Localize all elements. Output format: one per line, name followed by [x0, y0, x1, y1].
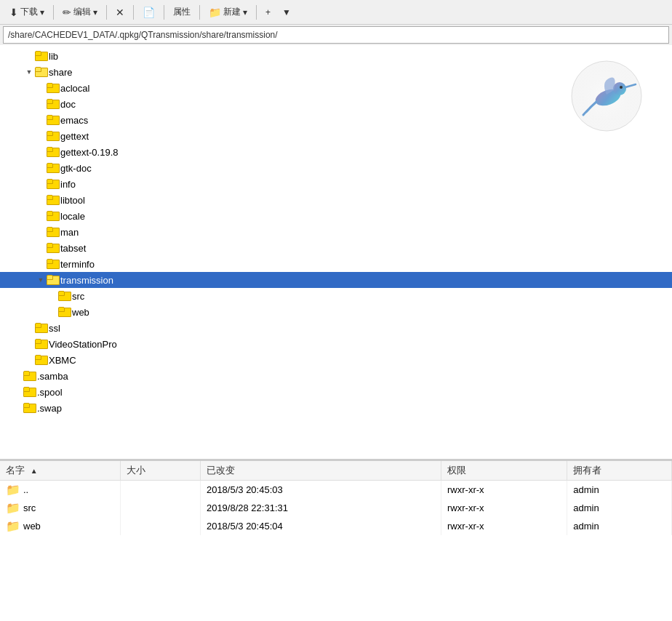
divider-6	[256, 5, 257, 20]
tree-item-label-lib: lib	[49, 51, 58, 62]
tree-item-aclocal[interactable]: aclocal	[0, 80, 672, 96]
tree-item-tabset[interactable]: tabset	[0, 240, 672, 256]
tree-item-info[interactable]: info	[0, 176, 672, 192]
tree-item-label-libtool: libtool	[60, 195, 85, 206]
props-button[interactable]: 属性	[168, 3, 196, 21]
sort-arrow-name: ▲	[31, 467, 38, 475]
dropdown-button[interactable]: ▼	[277, 4, 296, 20]
address-bar: /share/CACHEDEV1_DATA/.qpkg/QTransmissio…	[3, 26, 669, 44]
file-owner-src: admin	[567, 499, 672, 517]
tree-item-gettext[interactable]: gettext	[0, 128, 672, 144]
file-owner-parent: admin	[567, 481, 672, 500]
tree-item-share[interactable]: ▼ share	[0, 64, 672, 80]
col-header-modified[interactable]: 已改变	[200, 461, 441, 481]
file-perms-parent: rwxr-xr-x	[441, 481, 567, 500]
tree-item-label-emacs: emacs	[60, 115, 88, 126]
tree-item-label-src: src	[72, 291, 84, 302]
divider-1	[53, 5, 54, 20]
address-path: /share/CACHEDEV1_DATA/.qpkg/QTransmissio…	[8, 30, 278, 40]
folder-icon-doc	[47, 99, 58, 109]
tree-item-swap[interactable]: .swap	[0, 400, 672, 416]
copy-icon: 📄	[143, 7, 155, 18]
tree-item-label-locale: locale	[60, 211, 85, 222]
file-size-parent	[120, 481, 200, 500]
table-row-parent[interactable]: 📁 .. 2018/5/3 20:45:03 rwxr-xr-x admin	[0, 481, 672, 500]
folder-icon-spool	[23, 387, 35, 397]
tree-item-samba[interactable]: .samba	[0, 368, 672, 384]
file-name-web: 📁 web	[0, 517, 120, 535]
folder-icon-src	[58, 291, 70, 301]
divider-4	[164, 5, 164, 20]
tree-item-emacs[interactable]: emacs	[0, 112, 672, 128]
new-arrow: ▾	[243, 7, 247, 17]
dropdown-icon: ▼	[282, 7, 291, 17]
file-size-src	[120, 499, 200, 517]
file-pane: 名字 ▲ 大小 已改变 权限 拥有者	[0, 461, 672, 621]
table-row-web[interactable]: 📁 web 2018/5/3 20:45:04 rwxr-xr-x admin	[0, 517, 672, 535]
col-header-size[interactable]: 大小	[120, 461, 200, 481]
new-button[interactable]: 📁 新建 ▾	[204, 3, 252, 21]
download-icon: ⬇	[9, 7, 18, 18]
tree-item-gettext-0198[interactable]: gettext-0.19.8	[0, 144, 672, 160]
folder-icon-gettext	[47, 131, 58, 141]
tree-item-label-videostationpro: VideoStationPro	[49, 339, 117, 350]
folder-icon-swap	[23, 403, 35, 413]
file-perms-web: rwxr-xr-x	[441, 517, 567, 535]
tree-item-libtool[interactable]: libtool	[0, 192, 672, 208]
tree-list: lib ▼ share aclocal	[0, 45, 672, 419]
tree-item-label-gettext: gettext	[60, 131, 89, 142]
divider-3	[133, 5, 134, 20]
file-modified-web: 2018/5/3 20:45:04	[200, 517, 441, 535]
tree-item-videostationpro[interactable]: VideoStationPro	[0, 336, 672, 352]
plus-button[interactable]: +	[260, 4, 276, 20]
tree-item-doc[interactable]: doc	[0, 96, 672, 112]
folder-icon-gettext-0198	[47, 147, 58, 157]
tree-pane: lib ▼ share aclocal	[0, 45, 672, 461]
expand-transmission[interactable]: ▼	[35, 274, 47, 286]
col-header-perms[interactable]: 权限	[441, 461, 567, 481]
col-header-owner[interactable]: 拥有者	[567, 461, 672, 481]
tree-item-label-gettext-0198: gettext-0.19.8	[60, 147, 119, 158]
tree-item-ssl[interactable]: ssl	[0, 320, 672, 336]
edit-icon: ✏	[63, 7, 71, 18]
file-modified-parent: 2018/5/3 20:45:03	[200, 481, 441, 500]
tree-item-spool[interactable]: .spool	[0, 384, 672, 400]
folder-icon-samba	[23, 371, 35, 381]
table-row-src[interactable]: 📁 src 2019/8/28 22:31:31 rwxr-xr-x admin	[0, 499, 672, 517]
tree-item-label-swap: .swap	[37, 403, 62, 414]
tree-item-lib[interactable]: lib	[0, 48, 672, 64]
tree-item-terminfo[interactable]: terminfo	[0, 256, 672, 272]
file-table: 名字 ▲ 大小 已改变 权限 拥有者	[0, 461, 672, 535]
tree-item-xbmc[interactable]: XBMC	[0, 352, 672, 368]
tree-item-src[interactable]: src	[0, 288, 672, 304]
edit-arrow: ▾	[93, 7, 97, 17]
parent-icon: 📁	[6, 483, 20, 497]
download-button[interactable]: ⬇ 下载 ▾	[4, 3, 49, 21]
file-name-src: 📁 src	[0, 499, 120, 517]
new-label: 新建	[223, 6, 241, 18]
folder-icon-transmission	[47, 275, 58, 285]
edit-button[interactable]: ✏ 编辑 ▾	[57, 3, 103, 21]
copy-button[interactable]: 📄	[137, 4, 160, 21]
download-label: 下载	[20, 6, 38, 18]
tree-item-transmission[interactable]: ▼ transmission	[0, 272, 672, 288]
table-header-row: 名字 ▲ 大小 已改变 权限 拥有者	[0, 461, 672, 481]
tree-item-locale[interactable]: locale	[0, 208, 672, 224]
folder-icon-emacs	[47, 115, 58, 125]
tree-item-gtk-doc[interactable]: gtk-doc	[0, 160, 672, 176]
folder-icon-locale	[47, 211, 58, 221]
expand-share[interactable]: ▼	[23, 66, 35, 78]
col-header-name[interactable]: 名字 ▲	[0, 461, 120, 481]
tree-item-label-transmission: transmission	[60, 275, 113, 286]
main-content: lib ▼ share aclocal	[0, 45, 672, 621]
tree-item-label-spool: .spool	[37, 387, 63, 398]
divider-5	[199, 5, 200, 20]
tree-item-web[interactable]: web	[0, 304, 672, 320]
tree-item-label-info: info	[60, 179, 76, 190]
tree-item-man[interactable]: man	[0, 224, 672, 240]
close-button[interactable]: ✕	[111, 4, 129, 21]
tree-item-label-doc: doc	[60, 99, 76, 110]
props-label: 属性	[173, 6, 191, 18]
tree-item-label-man: man	[60, 227, 79, 238]
src-folder-icon: 📁	[6, 501, 20, 515]
